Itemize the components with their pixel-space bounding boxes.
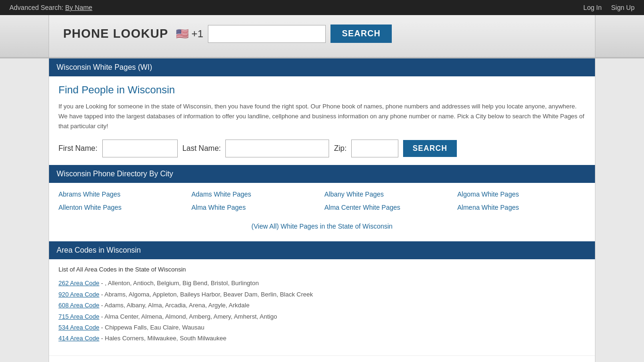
signup-link[interactable]: Sign Up: [611, 4, 635, 11]
area-codes-section: Area Codes in Wisconsin List of All Area…: [49, 241, 595, 350]
find-people-title: Find People in Wisconsin: [58, 84, 586, 96]
phone-lookup-inner: PHONE LOOKUP 🇺🇸 +1 SEARCH: [49, 15, 595, 57]
main-content: Wisconsin White Pages (WI) Find People i…: [49, 58, 595, 362]
city-link[interactable]: Albany White Pages: [324, 190, 453, 198]
city-directory-section: Wisconsin Phone Directory By City Abrams…: [49, 165, 595, 238]
view-all-wrapper: (View All) White Pages in the State of W…: [49, 219, 595, 238]
area-code-link[interactable]: 608 Area Code: [58, 302, 99, 309]
first-name-input[interactable]: [102, 140, 178, 157]
city-link[interactable]: Algoma White Pages: [457, 190, 586, 198]
phone-lookup-title: PHONE LOOKUP: [63, 26, 168, 41]
phone-input[interactable]: [208, 25, 326, 43]
advanced-search-label: Advanced Search: By Name: [9, 4, 92, 11]
view-all-link[interactable]: (View All) White Pages in the State of W…: [251, 222, 392, 230]
first-name-label: First Name:: [58, 144, 98, 153]
city-link[interactable]: Abrams White Pages: [58, 190, 187, 198]
area-code-link[interactable]: 920 Area Code: [58, 291, 99, 298]
flag-icon: 🇺🇸: [176, 28, 189, 40]
area-code-link[interactable]: 262 Area Code: [58, 280, 99, 287]
city-directory-header: Wisconsin Phone Directory By City: [49, 165, 595, 183]
last-name-input[interactable]: [225, 140, 329, 157]
find-people-description: If you are Looking for someone in the st…: [58, 102, 586, 131]
area-codes-content: List of All Area Codes in the State of W…: [49, 259, 595, 350]
country-prefix: +1: [191, 28, 203, 40]
footer-note: If you have any questions or would like …: [49, 355, 595, 362]
area-code-row: 534 Area Code - Chippewa Falls, Eau Clai…: [58, 322, 586, 333]
area-code-row: 920 Area Code - Abrams, Algoma, Appleton…: [58, 289, 586, 300]
people-search-button[interactable]: SEARCH: [403, 140, 457, 157]
area-code-link[interactable]: 534 Area Code: [58, 324, 99, 331]
phone-search-button[interactable]: SEARCH: [330, 25, 392, 43]
area-codes-header: Area Codes in Wisconsin: [49, 241, 595, 259]
find-people-section: Find People in Wisconsin If you are Look…: [49, 76, 595, 165]
last-name-label: Last Name:: [182, 144, 221, 153]
city-links-grid: Abrams White PagesAdams White PagesAlban…: [49, 183, 595, 219]
area-code-row: 414 Area Code - Hales Corners, Milwaukee…: [58, 333, 586, 344]
top-bar: Advanced Search: By Name Log In Sign Up: [0, 0, 644, 15]
area-code-link[interactable]: 414 Area Code: [58, 335, 99, 342]
login-link[interactable]: Log In: [583, 4, 602, 11]
flag-prefix: 🇺🇸 +1: [176, 28, 203, 40]
people-search-form: First Name: Last Name: Zip: SEARCH: [58, 140, 586, 157]
area-code-row: 608 Area Code - Adams, Albany, Alma, Arc…: [58, 300, 586, 311]
phone-lookup-wrapper: PHONE LOOKUP 🇺🇸 +1 SEARCH: [0, 15, 644, 58]
area-code-row: 262 Area Code - , Allenton, Antioch, Bel…: [58, 278, 586, 288]
area-code-row: 715 Area Code - Alma Center, Almena, Alm…: [58, 311, 586, 322]
phone-lookup-bar: PHONE LOOKUP 🇺🇸 +1 SEARCH: [63, 25, 581, 43]
advanced-search-text: Advanced Search:: [9, 4, 63, 11]
zip-input[interactable]: [351, 140, 398, 157]
area-codes-intro: List of All Area Codes in the State of W…: [58, 266, 586, 273]
area-codes-list: 262 Area Code - , Allenton, Antioch, Bel…: [58, 278, 586, 344]
city-link[interactable]: Alma White Pages: [191, 204, 320, 211]
city-link[interactable]: Allenton White Pages: [58, 204, 187, 211]
area-code-link[interactable]: 715 Area Code: [58, 313, 99, 320]
city-link[interactable]: Alma Center White Pages: [324, 204, 453, 211]
zip-label: Zip:: [334, 144, 347, 153]
auth-links: Log In Sign Up: [576, 4, 635, 11]
city-link[interactable]: Adams White Pages: [191, 190, 320, 198]
city-link[interactable]: Almena White Pages: [457, 204, 586, 211]
wi-white-pages-header: Wisconsin White Pages (WI): [49, 58, 595, 76]
by-name-link[interactable]: By Name: [65, 4, 92, 11]
